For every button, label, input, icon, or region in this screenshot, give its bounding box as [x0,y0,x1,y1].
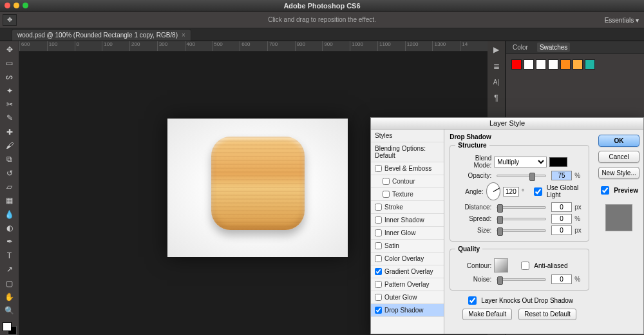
style-checkbox[interactable] [375,242,382,249]
opacity-input[interactable]: 75 [551,171,572,180]
ok-button[interactable]: OK [598,135,639,147]
spread-slider[interactable] [497,218,546,220]
move-tool[interactable]: ✥ [3,43,17,55]
noise-slider[interactable] [497,278,546,281]
styles-list: Styles Blending Options: Default Bevel &… [371,129,444,334]
antialias-checkbox[interactable] [521,262,529,270]
spread-input[interactable]: 0 [551,214,572,224]
style-item[interactable]: Inner Glow [371,227,444,240]
layer-style-dialog: Layer Style Styles Blending Options: Def… [370,117,644,334]
style-label: Color Overlay [384,255,424,262]
style-checkbox[interactable] [375,204,382,211]
size-input[interactable]: 0 [551,225,572,235]
swatch[interactable] [560,59,571,70]
workspace-switcher[interactable]: Essentials ▾ [605,12,639,28]
distance-input[interactable]: 0 [551,202,572,212]
contour-picker[interactable] [494,258,508,273]
color-swatch[interactable] [3,322,17,335]
style-item[interactable]: Texture [371,188,444,201]
style-checkbox[interactable] [375,281,382,288]
style-checkbox[interactable] [375,229,382,236]
knockout-checkbox[interactable] [468,296,477,305]
eyedropper-tool[interactable]: ✎ [3,112,17,124]
style-label: Bevel & Emboss [384,165,431,172]
style-item[interactable]: Inner Shadow [371,214,444,227]
preview-checkbox[interactable] [601,186,609,195]
style-checkbox[interactable] [375,165,382,172]
reset-default-button[interactable]: Reset to Default [518,309,576,320]
eraser-tool[interactable]: ▱ [3,180,17,193]
angle-input[interactable]: 120 [503,187,519,196]
dialog-title[interactable]: Layer Style [371,118,643,129]
blendmode-select[interactable]: Multiply [494,157,547,168]
char-icon[interactable]: A| [493,79,499,86]
blending-options[interactable]: Blending Options: Default [371,142,444,162]
style-item[interactable]: Pattern Overlay [371,278,444,291]
lasso-tool[interactable]: ᔕ [3,71,17,83]
size-unit: px [574,227,583,234]
dodge-tool[interactable]: ◐ [3,222,17,234]
history-icon[interactable]: ≣ [493,62,500,71]
cancel-button[interactable]: Cancel [598,151,639,163]
opacity-label: Opacity: [455,172,491,179]
new-style-button[interactable]: New Style... [598,167,639,179]
style-item[interactable]: Bevel & Emboss [371,162,444,175]
size-slider[interactable] [497,229,546,232]
swatch[interactable] [573,59,583,70]
titlebar: Adobe Photoshop CS6 [0,0,644,12]
history-brush-tool[interactable]: ↺ [3,167,17,179]
path-tool[interactable]: ↗ [3,263,17,276]
noise-input[interactable]: 0 [551,274,572,284]
style-item[interactable]: Satin [371,240,444,253]
healing-tool[interactable]: ✚ [3,126,17,138]
style-checkbox[interactable] [375,294,382,301]
opacity-slider[interactable] [497,175,546,177]
swatch[interactable] [548,59,558,70]
style-checkbox[interactable] [375,307,382,314]
tab-color[interactable]: Color [510,43,531,52]
hand-tool[interactable]: ✋ [3,291,17,303]
global-light-checkbox[interactable] [534,187,542,196]
paragraph-icon[interactable]: ¶ [494,93,498,102]
options-bar: ✥ Click and drag to reposition the effec… [0,12,644,28]
play-icon[interactable]: ▶ [493,45,499,54]
swatch[interactable] [524,59,534,70]
distance-slider[interactable] [497,206,546,209]
document-tab[interactable]: wood.psd @ 100% (Rounded Rectangle 1 cop… [12,29,191,41]
marquee-tool[interactable]: ▭ [3,57,17,69]
style-item[interactable]: Outer Glow [371,291,444,304]
style-item[interactable]: Contour [371,175,444,188]
type-tool[interactable]: T [3,249,17,262]
style-item[interactable]: Gradient Overlay [371,265,444,278]
style-checkbox[interactable] [383,191,390,198]
swatch[interactable] [511,59,522,70]
close-tab-icon[interactable]: × [182,32,185,39]
style-checkbox[interactable] [375,268,382,275]
tab-swatches[interactable]: Swatches [537,43,570,52]
style-item[interactable]: Drop Shadow [371,304,444,317]
style-checkbox[interactable] [375,216,382,224]
style-label: Outer Glow [384,294,417,301]
crop-tool[interactable]: ✂ [3,98,17,110]
brush-tool[interactable]: 🖌 [3,139,17,151]
gradient-tool[interactable]: ▦ [3,195,17,207]
swatch[interactable] [536,59,546,70]
style-item[interactable]: Stroke [371,201,444,214]
dialog-buttons: OK Cancel New Style... Preview [594,129,643,334]
shadow-color-chip[interactable] [549,157,567,167]
stamp-tool[interactable]: ⧉ [3,153,17,166]
zoom-tool[interactable]: 🔍 [3,305,17,317]
document-canvas[interactable] [167,119,348,257]
angle-dial[interactable] [486,182,500,200]
styles-header[interactable]: Styles [371,129,444,142]
style-item[interactable]: Color Overlay [371,253,444,265]
blur-tool[interactable]: 💧 [3,208,17,220]
pen-tool[interactable]: ✒ [3,236,17,248]
swatches-row [506,54,644,75]
wand-tool[interactable]: ✦ [3,84,17,97]
make-default-button[interactable]: Make Default [462,309,512,320]
style-checkbox[interactable] [375,255,382,262]
style-checkbox[interactable] [383,178,390,185]
swatch[interactable] [585,59,595,70]
shape-tool[interactable]: ▢ [3,277,17,289]
